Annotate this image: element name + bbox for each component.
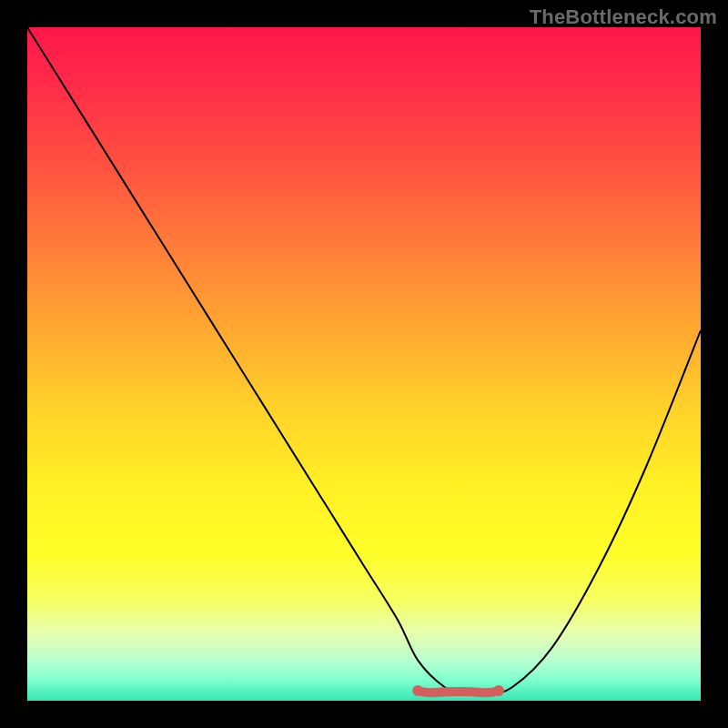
optimal-flat-region [418,691,499,693]
flat-right-dot [493,685,504,696]
watermark-text: TheBottleneck.com [530,5,717,29]
curve-svg [27,27,701,701]
chart-frame: TheBottleneck.com [0,0,728,728]
flat-left-dot [412,685,423,696]
bottleneck-curve [27,27,701,695]
plot-area [27,27,701,701]
